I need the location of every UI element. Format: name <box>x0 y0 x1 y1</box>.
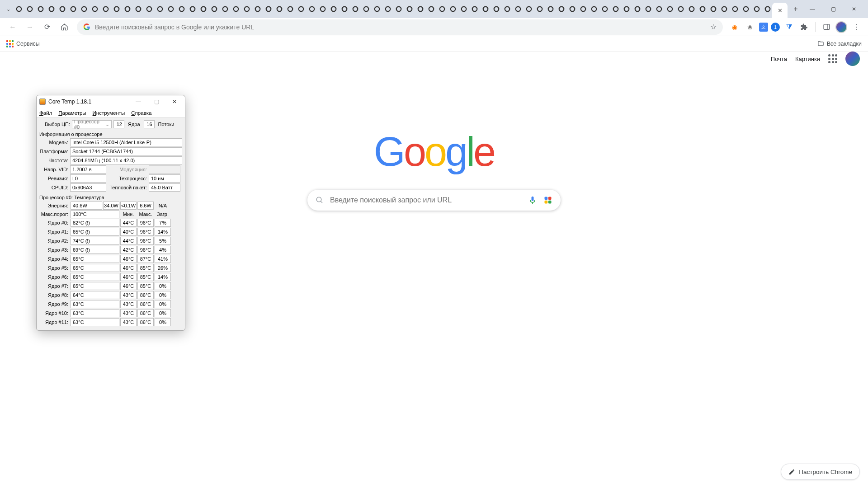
background-tab[interactable] <box>730 4 740 14</box>
background-tab[interactable] <box>90 4 100 14</box>
background-tab[interactable] <box>263 4 274 14</box>
background-tab[interactable] <box>415 4 425 14</box>
background-tab[interactable] <box>14 4 24 14</box>
menu-params[interactable]: Параметры <box>58 110 86 116</box>
omnibox-input[interactable] <box>95 23 706 31</box>
search-box[interactable] <box>307 190 561 211</box>
background-tab[interactable] <box>665 4 675 14</box>
apps-shortcut[interactable]: Сервисы <box>6 40 40 47</box>
background-tab[interactable] <box>198 4 208 14</box>
background-tab[interactable] <box>220 4 230 14</box>
extension-avast-icon[interactable]: ◉ <box>728 21 741 33</box>
background-tab[interactable] <box>144 4 154 14</box>
reload-button[interactable]: ⟳ <box>40 20 54 34</box>
images-link[interactable]: Картинки <box>795 56 820 62</box>
background-tab[interactable] <box>155 4 165 14</box>
extension-badge-icon[interactable]: 1 <box>771 23 780 32</box>
background-tab[interactable] <box>382 4 393 14</box>
close-window-button[interactable]: ✕ <box>844 0 864 18</box>
chrome-menu-button[interactable]: ⋮ <box>850 21 863 33</box>
minimize-button[interactable]: — <box>802 0 823 18</box>
background-tab[interactable] <box>393 4 404 14</box>
background-tab[interactable] <box>654 4 664 14</box>
background-tab[interactable] <box>610 4 621 14</box>
background-tab[interactable] <box>762 4 772 14</box>
cpu-select[interactable]: Процессор #0⌄ <box>72 120 112 128</box>
background-tab[interactable] <box>350 4 360 14</box>
background-tab[interactable] <box>426 4 436 14</box>
background-tab[interactable] <box>57 4 67 14</box>
background-tab[interactable] <box>513 4 523 14</box>
active-tab[interactable]: ✕ <box>772 3 788 18</box>
background-tab[interactable] <box>209 4 219 14</box>
background-tab[interactable] <box>111 4 122 14</box>
background-tab[interactable] <box>328 4 339 14</box>
background-tab[interactable] <box>578 4 588 14</box>
background-tab[interactable] <box>317 4 328 14</box>
background-tab[interactable] <box>697 4 708 14</box>
background-tab[interactable] <box>491 4 501 14</box>
background-tab[interactable] <box>545 4 556 14</box>
gmail-link[interactable]: Почта <box>771 56 787 62</box>
background-tab[interactable] <box>404 4 415 14</box>
extensions-puzzle-icon[interactable] <box>798 21 811 33</box>
background-tab[interactable] <box>296 4 306 14</box>
background-tab[interactable] <box>675 4 686 14</box>
background-tab[interactable] <box>35 4 46 14</box>
background-tab[interactable] <box>524 4 534 14</box>
background-tab[interactable] <box>46 4 57 14</box>
background-tab[interactable] <box>589 4 599 14</box>
extension-icon-5[interactable]: ⧩ <box>783 21 795 33</box>
background-tab[interactable] <box>751 4 762 14</box>
background-tab[interactable] <box>24 4 35 14</box>
background-tab[interactable] <box>534 4 545 14</box>
tab-search-button[interactable]: ⌄ <box>4 5 13 14</box>
background-tab[interactable] <box>176 4 187 14</box>
background-tab[interactable] <box>469 4 480 14</box>
background-tab[interactable] <box>480 4 491 14</box>
customize-chrome-button[interactable]: Настроить Chrome <box>781 464 860 480</box>
background-tab[interactable] <box>231 4 241 14</box>
background-tab[interactable] <box>133 4 143 14</box>
voice-search-icon[interactable] <box>528 196 537 205</box>
background-tab[interactable] <box>437 4 447 14</box>
coretemp-close[interactable]: ✕ <box>167 97 182 107</box>
background-tab[interactable] <box>187 4 198 14</box>
background-tab[interactable] <box>372 4 382 14</box>
search-input[interactable] <box>330 196 522 204</box>
background-tab[interactable] <box>708 4 718 14</box>
background-tab[interactable] <box>719 4 729 14</box>
background-tab[interactable] <box>621 4 632 14</box>
background-tab[interactable] <box>502 4 512 14</box>
new-tab-button[interactable]: + <box>789 3 802 15</box>
background-tab[interactable] <box>241 4 252 14</box>
all-bookmarks-button[interactable]: Все закладки <box>817 40 862 47</box>
account-avatar[interactable] <box>845 52 860 66</box>
background-tab[interactable] <box>307 4 317 14</box>
google-apps-icon[interactable] <box>828 54 837 63</box>
lens-search-icon[interactable] <box>543 196 552 205</box>
background-tab[interactable] <box>252 4 263 14</box>
background-tab[interactable] <box>274 4 284 14</box>
background-tab[interactable] <box>741 4 751 14</box>
menu-help[interactable]: Справка <box>131 110 151 116</box>
bookmark-star-icon[interactable]: ☆ <box>710 23 717 31</box>
background-tab[interactable] <box>100 4 111 14</box>
background-tab[interactable] <box>165 4 176 14</box>
background-tab[interactable] <box>79 4 89 14</box>
background-tab[interactable] <box>686 4 697 14</box>
background-tab[interactable] <box>458 4 469 14</box>
background-tab[interactable] <box>361 4 371 14</box>
address-bar[interactable]: ☆ <box>77 19 723 35</box>
home-button[interactable] <box>57 20 71 34</box>
coretemp-minimize[interactable]: — <box>131 97 146 107</box>
maximize-button[interactable]: ▢ <box>823 0 844 18</box>
menu-tools[interactable]: Инструменты <box>93 110 125 116</box>
background-tab[interactable] <box>68 4 78 14</box>
background-tab[interactable] <box>556 4 566 14</box>
extension-icon-2[interactable]: ❀ <box>744 21 756 33</box>
background-tab[interactable] <box>448 4 458 14</box>
menu-file[interactable]: Файл <box>39 110 52 116</box>
background-tab[interactable] <box>599 4 610 14</box>
extension-translate-icon[interactable]: 文 <box>759 23 768 32</box>
